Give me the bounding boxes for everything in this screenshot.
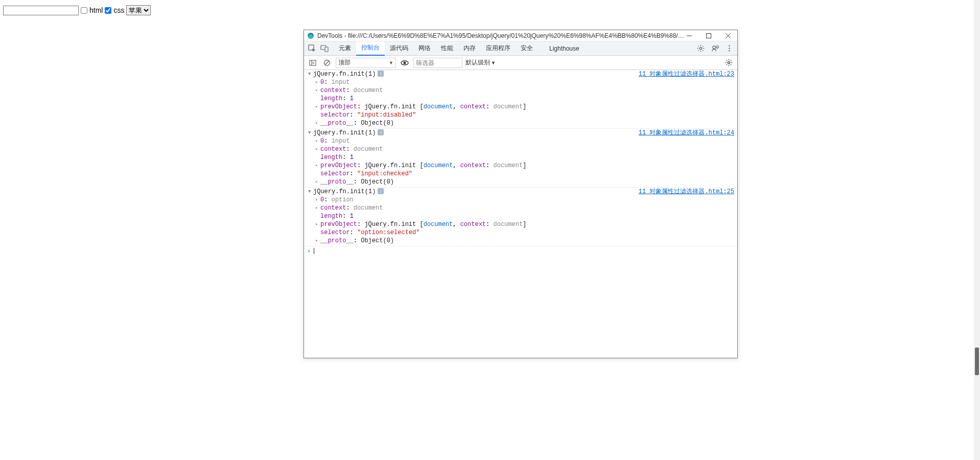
- expand-arrow-icon[interactable]: ▼: [308, 71, 313, 78]
- tab-security[interactable]: 安全: [516, 41, 538, 56]
- toggle-sidebar-icon[interactable]: [307, 57, 318, 68]
- svg-point-20: [729, 48, 730, 49]
- log-property[interactable]: ▸prevObject: jQuery.fn.init [document, c…: [304, 162, 737, 170]
- expand-arrow-icon[interactable]: ▸: [315, 103, 320, 110]
- expand-arrow-icon[interactable]: ▸: [315, 162, 320, 169]
- console-prompt[interactable]: ›: [304, 246, 737, 256]
- devtools-tabs: 元素 控制台 源代码 网络 性能 内存 应用程序 安全 Lighthouse: [304, 41, 737, 56]
- svg-rect-3: [707, 33, 711, 38]
- filter-input[interactable]: [413, 58, 462, 68]
- page-body: html css 苹果: [3, 5, 151, 15]
- expand-arrow-icon[interactable]: ▸: [315, 196, 320, 203]
- log-property[interactable]: ▸context: document: [304, 204, 737, 212]
- window-minimize-button[interactable]: [685, 32, 693, 40]
- svg-marker-24: [313, 62, 314, 64]
- tab-lighthouse[interactable]: Lighthouse: [544, 41, 585, 56]
- console-settings-gear-icon[interactable]: [723, 57, 734, 68]
- log-property[interactable]: ▸context: document: [304, 145, 737, 153]
- log-header[interactable]: ▼jQuery.fn.init(1)11_对象属性过滤选择器.html:23: [304, 70, 737, 78]
- checkbox-html[interactable]: [81, 7, 87, 14]
- svg-point-21: [729, 50, 730, 51]
- devtools-title: DevTools - file:///C:/Users/%E6%9D%8E%E7…: [317, 32, 685, 39]
- tab-network[interactable]: 网络: [413, 41, 436, 56]
- chevron-down-icon: ▼: [491, 60, 496, 65]
- log-property[interactable]: ▸0: input: [304, 78, 737, 86]
- inspect-element-icon[interactable]: [306, 42, 318, 55]
- log-header[interactable]: ▼jQuery.fn.init(1)11_对象属性过滤选择器.html:24: [304, 129, 737, 137]
- svg-line-34: [726, 60, 727, 61]
- window-maximize-button[interactable]: [705, 32, 713, 40]
- log-property[interactable]: ▸__proto__: Object(0): [304, 119, 737, 127]
- source-link[interactable]: 11_对象属性过滤选择器.html:23: [634, 71, 734, 78]
- checkbox-css-label: css: [113, 6, 124, 14]
- log-property[interactable]: selector: "option:selected": [304, 228, 737, 237]
- log-levels-dropdown[interactable]: 默认级别 ▼: [465, 58, 496, 67]
- log-property[interactable]: ▸prevObject: jQuery.fn.init [document, c…: [304, 103, 737, 111]
- svg-line-15: [702, 50, 703, 51]
- svg-line-37: [726, 64, 727, 65]
- svg-line-14: [698, 46, 699, 47]
- clear-console-icon[interactable]: [321, 57, 333, 68]
- log-property[interactable]: length: 1: [304, 212, 737, 220]
- feedback-icon[interactable]: [709, 42, 721, 55]
- expand-arrow-icon[interactable]: ▼: [308, 188, 313, 195]
- expand-arrow-icon[interactable]: ▼: [308, 129, 313, 136]
- page-scrollbar[interactable]: [974, 0, 980, 460]
- expand-arrow-icon[interactable]: ▸: [315, 237, 320, 244]
- live-expression-icon[interactable]: [399, 57, 410, 68]
- source-link[interactable]: 11_对象属性过滤选择器.html:25: [634, 188, 734, 195]
- source-link[interactable]: 11_对象属性过滤选择器.html:24: [634, 129, 734, 136]
- svg-line-36: [730, 60, 731, 61]
- console-toolbar: 顶部 ▼ 默认级别 ▼: [304, 56, 737, 70]
- more-menu-icon[interactable]: [723, 42, 735, 55]
- svg-point-29: [728, 61, 730, 63]
- expand-arrow-icon[interactable]: ▸: [315, 204, 320, 212]
- expand-arrow-icon[interactable]: ▸: [315, 178, 320, 186]
- console-log-group: ▼jQuery.fn.init(1)11_对象属性过滤选择器.html:24▸0…: [304, 129, 737, 188]
- log-property[interactable]: ▸0: input: [304, 137, 737, 145]
- log-property[interactable]: selector: "input:disabled": [304, 111, 737, 119]
- tab-console[interactable]: 控制台: [356, 41, 385, 56]
- fruit-select[interactable]: 苹果: [126, 5, 151, 15]
- log-property[interactable]: selector: "input:checked": [304, 170, 737, 178]
- log-property[interactable]: ▸__proto__: Object(0): [304, 178, 737, 186]
- devtools-titlebar: DevTools - file:///C:/Users/%E6%9D%8E%E7…: [304, 30, 737, 41]
- edge-icon: [307, 32, 314, 39]
- window-close-button[interactable]: [724, 32, 732, 40]
- svg-point-9: [699, 47, 702, 49]
- context-selector[interactable]: 顶部 ▼: [336, 58, 396, 68]
- info-badge-icon: [378, 188, 384, 194]
- svg-point-1: [309, 34, 312, 37]
- text-input[interactable]: [3, 6, 79, 15]
- checkbox-html-label: html: [89, 6, 103, 14]
- log-property[interactable]: length: 1: [304, 95, 737, 103]
- svg-point-19: [729, 45, 730, 47]
- log-property[interactable]: length: 1: [304, 153, 737, 162]
- expand-arrow-icon[interactable]: ▸: [315, 79, 320, 86]
- checkbox-css[interactable]: [105, 7, 111, 14]
- device-toggle-icon[interactable]: [318, 42, 331, 55]
- log-property[interactable]: ▸0: option: [304, 196, 737, 204]
- tab-elements[interactable]: 元素: [334, 41, 356, 56]
- tab-performance[interactable]: 性能: [436, 41, 458, 56]
- svg-rect-8: [325, 47, 328, 52]
- expand-arrow-icon[interactable]: ▸: [315, 221, 320, 228]
- settings-gear-icon[interactable]: [694, 42, 707, 55]
- text-caret: [314, 248, 314, 254]
- expand-arrow-icon[interactable]: ▸: [315, 87, 320, 94]
- tab-sources[interactable]: 源代码: [385, 41, 413, 56]
- log-property[interactable]: ▸prevObject: jQuery.fn.init [document, c…: [304, 220, 737, 228]
- console-log-group: ▼jQuery.fn.init(1)11_对象属性过滤选择器.html:23▸0…: [304, 70, 737, 129]
- expand-arrow-icon[interactable]: ▸: [315, 146, 320, 153]
- tab-application[interactable]: 应用程序: [481, 41, 516, 56]
- tab-memory[interactable]: 内存: [458, 41, 481, 56]
- log-property[interactable]: ▸context: document: [304, 86, 737, 95]
- console-output[interactable]: ▼jQuery.fn.init(1)11_对象属性过滤选择器.html:23▸0…: [304, 70, 737, 358]
- expand-arrow-icon[interactable]: ▸: [315, 120, 320, 127]
- svg-point-18: [712, 46, 715, 49]
- log-header[interactable]: ▼jQuery.fn.init(1)11_对象属性过滤选择器.html:25: [304, 188, 737, 196]
- svg-line-26: [325, 61, 329, 65]
- expand-arrow-icon[interactable]: ▸: [315, 137, 320, 145]
- scrollbar-thumb[interactable]: [975, 348, 979, 375]
- log-property[interactable]: ▸__proto__: Object(0): [304, 237, 737, 245]
